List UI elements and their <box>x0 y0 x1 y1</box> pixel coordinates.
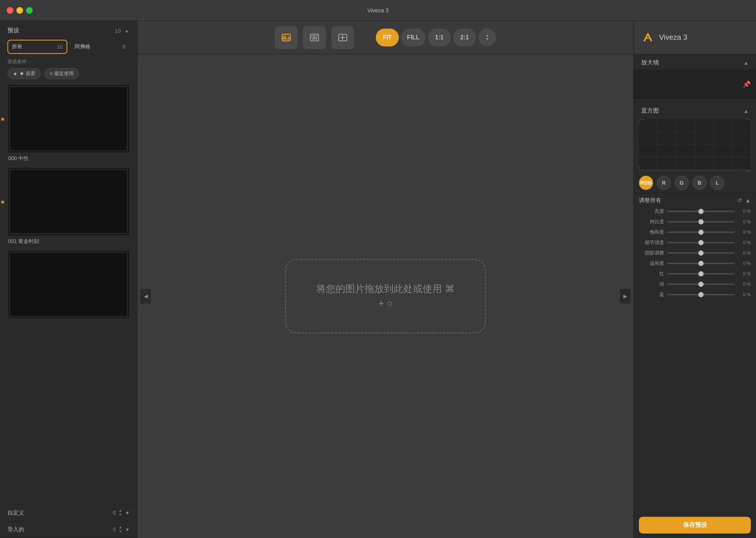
channel-l-button[interactable]: L <box>710 176 724 190</box>
custom-stepper-up[interactable]: ▲ <box>119 509 122 512</box>
drop-area[interactable]: 将您的图片拖放到此处或使用 ⌘+ ○ <box>285 259 486 333</box>
histogram-area <box>639 119 751 171</box>
adj-thumb-brightness[interactable] <box>698 209 704 214</box>
view-fill-button[interactable]: FILL <box>401 29 426 46</box>
adj-slider-saturation[interactable] <box>667 231 734 233</box>
imported-chevron-icon[interactable]: ▼ <box>125 527 130 532</box>
adj-slider-red[interactable] <box>667 273 734 275</box>
canvas-area[interactable]: ◀ 将您的图片拖放到此处或使用 ⌘+ ○ ▶ <box>138 54 633 538</box>
preset-item-000[interactable]: ★ 000 中性 <box>7 84 130 162</box>
adj-label-saturation: 饱和度 <box>639 229 664 236</box>
presets-count: 10 <box>114 27 121 34</box>
toolbar: FIT FILL 1:1 2:1 ▲ ▼ <box>138 21 633 54</box>
tool-button-2[interactable] <box>303 26 326 49</box>
adjustments-header: 调整所有 ↺ ▲ <box>634 193 756 206</box>
adj-thumb-shadow[interactable] <box>698 250 704 256</box>
view-2-1-button[interactable]: 2:1 <box>453 29 476 46</box>
adj-label-shadow: 阴影调整 <box>639 250 664 256</box>
preset-thumbnail-000 <box>7 84 130 153</box>
preset-preview-001 <box>10 169 127 234</box>
adj-thumb-red[interactable] <box>698 271 704 276</box>
adj-value-warmth: 0 % <box>737 261 751 266</box>
filter-recent-button[interactable]: ⊙ 最近使用 <box>44 68 80 79</box>
adj-thumb-warmth[interactable] <box>698 261 704 266</box>
reset-icon[interactable]: ↺ <box>737 197 742 204</box>
custom-section-row[interactable]: 自定义 0 ▲ ▼ ▼ <box>0 505 137 521</box>
adj-value-saturation: 0 % <box>737 230 751 235</box>
custom-section-right: 0 ▲ ▼ ▼ <box>113 509 130 516</box>
channel-g-button[interactable]: G <box>675 176 689 190</box>
histogram-section-header: 直方图 ▲ <box>634 103 756 118</box>
view-nav-arrows[interactable]: ▲ ▼ <box>478 29 496 46</box>
imported-section-label: 导入的 <box>7 526 24 533</box>
channel-r-button[interactable]: R <box>657 176 671 190</box>
filter-favorites-button[interactable]: ★ ★ 喜爱 <box>7 68 41 79</box>
adj-thumb-blue[interactable] <box>698 292 704 297</box>
presets-list: ★ 000 中性 ★ 001 黄金时刻 <box>0 81 137 504</box>
view-fit-button[interactable]: FIT <box>376 29 399 46</box>
histogram-chevron-icon[interactable]: ▲ <box>743 108 749 114</box>
nav-arrow-right[interactable]: ▶ <box>620 289 630 304</box>
adj-slider-blue[interactable] <box>667 294 734 295</box>
imported-stepper[interactable]: ▲ ▼ <box>119 526 122 533</box>
preset-name-000: 000 中性 <box>7 155 130 162</box>
imported-stepper-down[interactable]: ▼ <box>119 530 122 533</box>
custom-count: 0 <box>113 510 116 516</box>
pin-icon[interactable]: 📌 <box>743 80 751 88</box>
adj-slider-contrast[interactable] <box>667 221 734 223</box>
adj-value-detail: 0 % <box>737 240 751 245</box>
magnifier-section-header: 放大镜 ▲ <box>634 54 756 69</box>
adj-slider-detail[interactable] <box>667 242 734 243</box>
custom-section-label: 自定义 <box>7 509 24 516</box>
filter-tab-aferg-label: 阿弗格 <box>75 43 90 50</box>
titlebar-title: Viveza 3 <box>367 7 388 13</box>
adj-row-contrast: 对比度 0 % <box>634 217 756 227</box>
adj-thumb-contrast[interactable] <box>698 219 704 224</box>
adj-row-brightness: 亮度 0 % <box>634 206 756 217</box>
histogram-grid <box>639 119 751 171</box>
tool-button-1[interactable] <box>275 26 298 49</box>
minimize-button[interactable] <box>16 7 23 14</box>
channel-b-button[interactable]: B <box>692 176 707 190</box>
filter-tab-aferg[interactable]: 阿弗格 9 <box>70 40 130 54</box>
filter-tab-aferg-count: 9 <box>122 44 125 50</box>
magnifier-chevron-icon[interactable]: ▲ <box>743 60 749 66</box>
custom-stepper-down[interactable]: ▼ <box>119 513 122 516</box>
view-1-1-button[interactable]: 1:1 <box>428 29 451 46</box>
adjustments-chevron-icon[interactable]: ▲ <box>745 197 751 204</box>
preset-preview-002 <box>10 252 127 317</box>
save-preset-button[interactable]: 保存预设 <box>639 517 751 534</box>
imported-section-row[interactable]: 导入的 0 ▲ ▼ ▼ <box>0 521 137 538</box>
viveza-logo-icon <box>641 31 655 44</box>
presets-collapse-icon[interactable]: ▲ <box>124 28 130 34</box>
preset-name-001: 001 黄金时刻 <box>7 238 130 245</box>
right-panel: Viveza 3 放大镜 ▲ 📌 直方图 ▲ <box>633 21 756 538</box>
close-button[interactable] <box>7 7 13 14</box>
maximize-button[interactable] <box>26 7 33 14</box>
preset-item-002[interactable] <box>7 250 130 319</box>
adj-slider-shadow[interactable] <box>667 252 734 254</box>
adj-slider-green[interactable] <box>667 283 734 285</box>
adj-thumb-green[interactable] <box>698 282 704 287</box>
custom-chevron-icon[interactable]: ▼ <box>125 510 130 516</box>
filter-buttons-row: ★ ★ 喜爱 ⊙ 最近使用 <box>7 68 130 79</box>
nav-arrow-left[interactable]: ◀ <box>140 289 151 304</box>
svg-rect-5 <box>312 39 317 39</box>
imported-stepper-up[interactable]: ▲ <box>119 526 122 529</box>
channel-rgb-button[interactable]: RGB <box>639 176 653 190</box>
adj-slider-warmth[interactable] <box>667 263 734 264</box>
tool-button-3[interactable] <box>331 26 354 49</box>
adj-label-green: 绿 <box>639 281 664 288</box>
adj-label-red: 红 <box>639 270 664 277</box>
filter-tab-all[interactable]: 所有 10 <box>7 40 67 54</box>
left-panel: 预设 10 ▲ 所有 10 阿弗格 9 筛选条件： ★ ★ 喜爱 <box>0 21 138 538</box>
adj-thumb-detail[interactable] <box>698 240 704 245</box>
adj-thumb-saturation[interactable] <box>698 230 704 235</box>
adjustments-section: 调整所有 ↺ ▲ 亮度 0 % 对比度 0 % <box>634 193 756 512</box>
window-controls <box>7 7 33 14</box>
adj-label-detail: 细节强度 <box>639 239 664 246</box>
custom-stepper[interactable]: ▲ ▼ <box>119 509 122 516</box>
adj-slider-brightness[interactable] <box>667 211 734 212</box>
preset-item-001[interactable]: ★ 001 黄金时刻 <box>7 167 130 245</box>
imported-section-left: 导入的 <box>7 526 24 533</box>
